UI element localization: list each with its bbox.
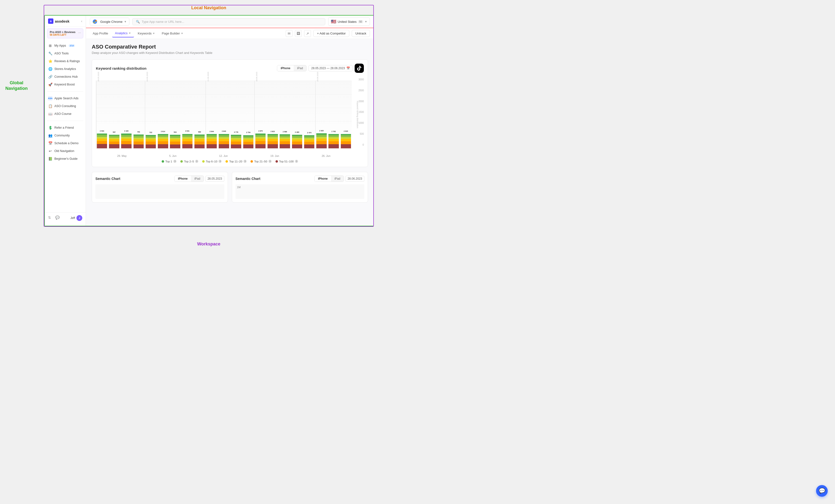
- bar-segment: [170, 144, 180, 148]
- sidebar-item-community[interactable]: 👥 Community: [45, 132, 86, 139]
- y-label-1500: 1500: [353, 111, 364, 114]
- bar-segment: [328, 144, 339, 148]
- sidebar-item-my-apps[interactable]: ⊞ My Apps 2/10: [45, 42, 86, 49]
- sidebar-collapse-button[interactable]: ‹: [81, 19, 82, 23]
- bar-segment: [280, 136, 290, 137]
- nav-item-page-builder[interactable]: Page Builder ▼: [159, 29, 186, 37]
- top11-20-info-icon[interactable]: ?: [243, 160, 247, 163]
- nav-item-app-profile[interactable]: App Profile: [90, 29, 111, 37]
- subscription-dots-menu[interactable]: ···: [78, 31, 81, 35]
- bar-top-label-13: 2 875: [258, 130, 263, 132]
- sidebar-item-keyword-boost[interactable]: 🚀 Keyword Boost: [45, 81, 86, 88]
- bar-top-label-16: 2 469: [295, 132, 299, 133]
- add-competitor-button[interactable]: + Add as Competitor: [313, 30, 349, 37]
- top6-10-info-icon[interactable]: ?: [219, 160, 222, 163]
- vertical-date-label-2: 11.06.2023: [207, 72, 209, 82]
- bar-stack-11: 2 776: [231, 135, 241, 148]
- untrack-button[interactable]: Untrack: [352, 30, 370, 37]
- sidebar-divider-2: [47, 121, 83, 121]
- country-selector[interactable]: 🇺🇸 United States 50 ▼: [328, 18, 370, 26]
- semantic-chart-left-body: [95, 184, 224, 199]
- nav-item-keywords[interactable]: Keywords ▼: [135, 29, 158, 37]
- footer-icons: ⇅ 💬: [48, 216, 60, 220]
- sidebar-item-refer-friend[interactable]: 💲 Refer a Friend: [45, 124, 86, 132]
- share-icon[interactable]: ⇅: [48, 216, 53, 220]
- bar-group-13: 2 875: [254, 81, 266, 148]
- legend-top6-10-label: Top 6–10: [206, 160, 217, 163]
- search-bar[interactable]: 🔍 Type App name or URL here...: [132, 18, 325, 25]
- bar-stack-3: 750: [134, 135, 144, 148]
- bar-segment: [182, 141, 192, 144]
- bar-group-0: 2 943: [96, 81, 108, 148]
- subscription-title: Pro ASO + Reviews: [50, 31, 81, 34]
- semantic-left-tab-ipad[interactable]: iPad: [191, 176, 204, 182]
- date-label-26jun: 26. Jun: [322, 155, 330, 157]
- sidebar-item-beginners-guide[interactable]: 📗 Beginner's Guide: [45, 155, 86, 163]
- bar-group-4: 722: [145, 81, 157, 148]
- sidebar-item-aso-course[interactable]: 📖 ASO Course: [45, 110, 86, 118]
- guide-icon: 📗: [48, 157, 53, 161]
- sidebar-divider-1: [47, 91, 83, 92]
- bar-segment: [267, 139, 278, 141]
- bar-segment: [207, 144, 217, 148]
- bar-stack-10: 2 843: [219, 134, 229, 148]
- community-icon: 👥: [48, 133, 53, 138]
- bar-segment: [256, 144, 266, 148]
- page-title: ASO Comparative Report: [92, 44, 368, 50]
- sidebar-item-stores-analytics[interactable]: 🌐 Stores Analytics: [45, 65, 86, 73]
- vertical-date-label-3: 18.06.2023: [256, 72, 258, 82]
- star-icon: ⭐: [48, 59, 53, 63]
- sidebar-item-aso-consulting[interactable]: 📋 ASO Consulting: [45, 102, 86, 110]
- bar-segment: [109, 142, 119, 144]
- sidebar-item-aso-tools-label: ASO Tools: [54, 52, 69, 55]
- browser-selector[interactable]: Google Chrome ▼: [90, 18, 129, 25]
- device-tab-ipad[interactable]: iPad: [294, 65, 306, 71]
- user-avatar[interactable]: J: [77, 215, 82, 221]
- image-icon-button[interactable]: 🖼: [295, 30, 302, 37]
- sidebar-item-connections-hub[interactable]: 🔗 Connections Hub: [45, 73, 86, 81]
- sidebar-item-aso-tools[interactable]: 🔧 ASO Tools: [45, 49, 86, 57]
- top51-100-info-icon[interactable]: ?: [295, 160, 298, 163]
- bar-segment: [109, 144, 119, 148]
- nav-item-analytics[interactable]: Analytics ▼: [112, 29, 134, 37]
- tools-icon: 🔧: [48, 51, 53, 56]
- workspace-label: Workspace: [197, 242, 220, 247]
- bar-segment: [341, 139, 351, 141]
- bar-segment: [231, 140, 241, 142]
- semantic-right-tab-ipad[interactable]: iPad: [331, 176, 344, 182]
- sidebar-item-apple-search-ads[interactable]: ASA Apple Search Ads: [45, 95, 86, 102]
- sidebar-item-schedule-demo[interactable]: 📅 Schedule a Demo: [45, 139, 86, 147]
- main-container: a asodesk ‹ Pro ASO + Reviews 56 DAYS LE…: [44, 15, 374, 226]
- semantic-right-tab-iphone[interactable]: iPhone: [314, 176, 331, 182]
- semantic-left-tab-iphone[interactable]: iPhone: [175, 176, 191, 182]
- bar-segment: [146, 142, 156, 144]
- top1-info-icon[interactable]: ?: [173, 160, 177, 163]
- asa-icon: ASA: [48, 96, 53, 101]
- browser-name: Google Chrome: [100, 20, 123, 23]
- legend-top2-5-dot: [180, 160, 183, 163]
- sidebar-item-connections-hub-label: Connections Hub: [54, 75, 78, 78]
- top2-5-info-icon[interactable]: ?: [195, 160, 198, 163]
- sidebar-item-old-navigation[interactable]: ↩ Old Navigation: [45, 147, 86, 155]
- legend-top11-20: Top 11–20 ?: [225, 160, 247, 163]
- sidebar-item-aso-consulting-label: ASO Consulting: [54, 104, 76, 108]
- mail-icon-button[interactable]: ✉: [286, 30, 292, 37]
- content-area: ASO Comparative Report Deep analyze your…: [86, 39, 374, 226]
- top21-50-info-icon[interactable]: ?: [268, 160, 272, 163]
- legend-top6-10: Top 6–10 ?: [202, 160, 222, 163]
- bar-segment: [231, 144, 241, 148]
- bar-segment: [134, 136, 144, 138]
- semantic-chart-left-controls: iPhone iPad 28.05.2023: [174, 176, 224, 182]
- device-tab-iphone[interactable]: iPhone: [277, 65, 294, 71]
- sidebar-item-keyword-boost-label: Keyword Boost: [54, 83, 75, 86]
- chart-header: Keyword ranking distribution iPhone iPad…: [96, 64, 364, 73]
- consulting-icon: 📋: [48, 104, 53, 108]
- chat-icon[interactable]: 💬: [55, 216, 60, 220]
- bar-segment: [195, 142, 205, 144]
- country-badge: 50: [358, 20, 363, 23]
- sidebar-item-reviews-ratings[interactable]: ⭐ Reviews & Ratings: [45, 57, 86, 65]
- date-range[interactable]: 28.05.2023 — 28.06.2023 📅: [308, 65, 353, 72]
- dollar-icon: 💲: [48, 125, 53, 130]
- external-link-icon-button[interactable]: ↗: [304, 30, 311, 37]
- sidebar-item-old-navigation-label: Old Navigation: [54, 149, 74, 153]
